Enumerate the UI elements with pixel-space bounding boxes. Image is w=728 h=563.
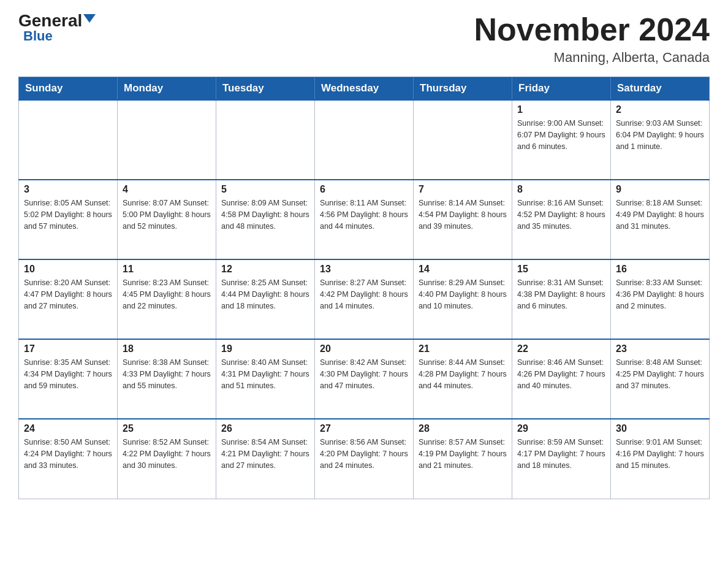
day-number: 27	[320, 423, 408, 434]
day-info: Sunrise: 8:56 AM Sunset: 4:20 PM Dayligh…	[320, 437, 408, 471]
day-info: Sunrise: 9:03 AM Sunset: 6:04 PM Dayligh…	[616, 118, 704, 152]
day-info: Sunrise: 8:05 AM Sunset: 5:02 PM Dayligh…	[24, 197, 112, 232]
col-header-wednesday: Wednesday	[315, 77, 414, 101]
calendar-cell	[414, 100, 512, 180]
day-info: Sunrise: 8:59 AM Sunset: 4:17 PM Dayligh…	[517, 437, 605, 471]
calendar-table: SundayMondayTuesdayWednesdayThursdayFrid…	[18, 77, 710, 499]
day-number: 13	[320, 264, 408, 275]
calendar-cell	[19, 100, 118, 180]
day-number: 20	[320, 343, 408, 354]
day-info: Sunrise: 8:57 AM Sunset: 4:19 PM Dayligh…	[419, 437, 507, 471]
calendar-cell: 16Sunrise: 8:33 AM Sunset: 4:36 PM Dayli…	[611, 259, 710, 339]
day-info: Sunrise: 8:09 AM Sunset: 4:58 PM Dayligh…	[221, 197, 309, 232]
day-number: 19	[221, 343, 309, 354]
day-info: Sunrise: 8:50 AM Sunset: 4:24 PM Dayligh…	[24, 437, 112, 471]
day-number: 6	[320, 184, 408, 195]
day-number: 7	[419, 184, 507, 195]
day-info: Sunrise: 8:46 AM Sunset: 4:26 PM Dayligh…	[517, 357, 605, 391]
col-header-sunday: Sunday	[19, 77, 118, 101]
header: General Blue November 2024 Manning, Albe…	[18, 12, 710, 66]
day-info: Sunrise: 8:52 AM Sunset: 4:22 PM Dayligh…	[123, 437, 211, 471]
week-row-1: 1Sunrise: 9:00 AM Sunset: 6:07 PM Daylig…	[19, 100, 710, 180]
day-number: 25	[123, 423, 211, 434]
day-info: Sunrise: 8:27 AM Sunset: 4:42 PM Dayligh…	[320, 277, 408, 312]
day-number: 30	[616, 423, 704, 434]
logo-blue: Blue	[23, 28, 53, 44]
day-number: 23	[616, 343, 704, 354]
day-info: Sunrise: 8:11 AM Sunset: 4:56 PM Dayligh…	[320, 197, 408, 232]
day-info: Sunrise: 8:18 AM Sunset: 4:49 PM Dayligh…	[616, 197, 704, 232]
calendar-cell: 10Sunrise: 8:20 AM Sunset: 4:47 PM Dayli…	[19, 259, 118, 339]
day-info: Sunrise: 8:33 AM Sunset: 4:36 PM Dayligh…	[616, 277, 704, 312]
calendar-cell: 24Sunrise: 8:50 AM Sunset: 4:24 PM Dayli…	[19, 419, 118, 499]
day-info: Sunrise: 8:25 AM Sunset: 4:44 PM Dayligh…	[221, 277, 309, 312]
day-info: Sunrise: 8:35 AM Sunset: 4:34 PM Dayligh…	[24, 357, 112, 391]
day-info: Sunrise: 8:31 AM Sunset: 4:38 PM Dayligh…	[517, 277, 605, 312]
day-info: Sunrise: 8:14 AM Sunset: 4:54 PM Dayligh…	[419, 197, 507, 232]
day-info: Sunrise: 8:40 AM Sunset: 4:31 PM Dayligh…	[221, 357, 309, 391]
day-info: Sunrise: 8:48 AM Sunset: 4:25 PM Dayligh…	[616, 357, 704, 391]
day-number: 16	[616, 264, 704, 275]
day-number: 21	[419, 343, 507, 354]
day-number: 26	[221, 423, 309, 434]
location-title: Manning, Alberta, Canada	[474, 50, 710, 66]
calendar-cell: 8Sunrise: 8:16 AM Sunset: 4:52 PM Daylig…	[512, 180, 611, 259]
month-title: November 2024	[474, 12, 710, 47]
day-info: Sunrise: 8:42 AM Sunset: 4:30 PM Dayligh…	[320, 357, 408, 391]
col-header-monday: Monday	[118, 77, 216, 101]
calendar-cell: 22Sunrise: 8:46 AM Sunset: 4:26 PM Dayli…	[512, 339, 611, 419]
day-number: 15	[517, 264, 605, 275]
day-number: 14	[419, 264, 507, 275]
week-row-4: 17Sunrise: 8:35 AM Sunset: 4:34 PM Dayli…	[19, 339, 710, 419]
day-number: 24	[24, 423, 112, 434]
calendar-cell: 3Sunrise: 8:05 AM Sunset: 5:02 PM Daylig…	[19, 180, 118, 259]
day-number: 3	[24, 184, 112, 195]
week-row-2: 3Sunrise: 8:05 AM Sunset: 5:02 PM Daylig…	[19, 180, 710, 259]
calendar-cell: 30Sunrise: 9:01 AM Sunset: 4:16 PM Dayli…	[611, 419, 710, 499]
logo: General Blue	[18, 12, 96, 44]
calendar-cell: 6Sunrise: 8:11 AM Sunset: 4:56 PM Daylig…	[315, 180, 414, 259]
calendar-cell: 2Sunrise: 9:03 AM Sunset: 6:04 PM Daylig…	[611, 100, 710, 180]
day-number: 12	[221, 264, 309, 275]
col-header-friday: Friday	[512, 77, 611, 101]
calendar-cell: 23Sunrise: 8:48 AM Sunset: 4:25 PM Dayli…	[611, 339, 710, 419]
calendar-cell: 19Sunrise: 8:40 AM Sunset: 4:31 PM Dayli…	[216, 339, 315, 419]
day-info: Sunrise: 8:29 AM Sunset: 4:40 PM Dayligh…	[419, 277, 507, 312]
calendar-cell: 18Sunrise: 8:38 AM Sunset: 4:33 PM Dayli…	[118, 339, 216, 419]
week-row-5: 24Sunrise: 8:50 AM Sunset: 4:24 PM Dayli…	[19, 419, 710, 499]
header-row: SundayMondayTuesdayWednesdayThursdayFrid…	[19, 77, 710, 101]
day-number: 5	[221, 184, 309, 195]
calendar-cell: 25Sunrise: 8:52 AM Sunset: 4:22 PM Dayli…	[118, 419, 216, 499]
day-info: Sunrise: 8:07 AM Sunset: 5:00 PM Dayligh…	[123, 197, 211, 232]
day-number: 17	[24, 343, 112, 354]
calendar-cell: 26Sunrise: 8:54 AM Sunset: 4:21 PM Dayli…	[216, 419, 315, 499]
day-info: Sunrise: 8:16 AM Sunset: 4:52 PM Dayligh…	[517, 197, 605, 232]
day-number: 29	[517, 423, 605, 434]
calendar-cell: 13Sunrise: 8:27 AM Sunset: 4:42 PM Dayli…	[315, 259, 414, 339]
day-info: Sunrise: 9:01 AM Sunset: 4:16 PM Dayligh…	[616, 437, 704, 471]
day-number: 9	[616, 184, 704, 195]
calendar-cell	[315, 100, 414, 180]
calendar-cell: 27Sunrise: 8:56 AM Sunset: 4:20 PM Dayli…	[315, 419, 414, 499]
calendar-cell	[118, 100, 216, 180]
calendar-cell: 11Sunrise: 8:23 AM Sunset: 4:45 PM Dayli…	[118, 259, 216, 339]
calendar-cell: 5Sunrise: 8:09 AM Sunset: 4:58 PM Daylig…	[216, 180, 315, 259]
day-number: 2	[616, 104, 704, 115]
calendar-cell: 12Sunrise: 8:25 AM Sunset: 4:44 PM Dayli…	[216, 259, 315, 339]
calendar-cell: 15Sunrise: 8:31 AM Sunset: 4:38 PM Dayli…	[512, 259, 611, 339]
day-info: Sunrise: 8:54 AM Sunset: 4:21 PM Dayligh…	[221, 437, 309, 471]
day-number: 22	[517, 343, 605, 354]
logo-triangle-icon	[83, 14, 96, 23]
calendar-cell: 1Sunrise: 9:00 AM Sunset: 6:07 PM Daylig…	[512, 100, 611, 180]
day-number: 4	[123, 184, 211, 195]
day-number: 28	[419, 423, 507, 434]
day-number: 1	[517, 104, 605, 115]
calendar-cell: 29Sunrise: 8:59 AM Sunset: 4:17 PM Dayli…	[512, 419, 611, 499]
day-info: Sunrise: 8:38 AM Sunset: 4:33 PM Dayligh…	[123, 357, 211, 391]
calendar-cell: 14Sunrise: 8:29 AM Sunset: 4:40 PM Dayli…	[414, 259, 512, 339]
day-info: Sunrise: 8:44 AM Sunset: 4:28 PM Dayligh…	[419, 357, 507, 391]
calendar-cell: 4Sunrise: 8:07 AM Sunset: 5:00 PM Daylig…	[118, 180, 216, 259]
title-area: November 2024 Manning, Alberta, Canada	[474, 12, 710, 66]
calendar-cell: 7Sunrise: 8:14 AM Sunset: 4:54 PM Daylig…	[414, 180, 512, 259]
logo-general: General	[18, 12, 82, 29]
